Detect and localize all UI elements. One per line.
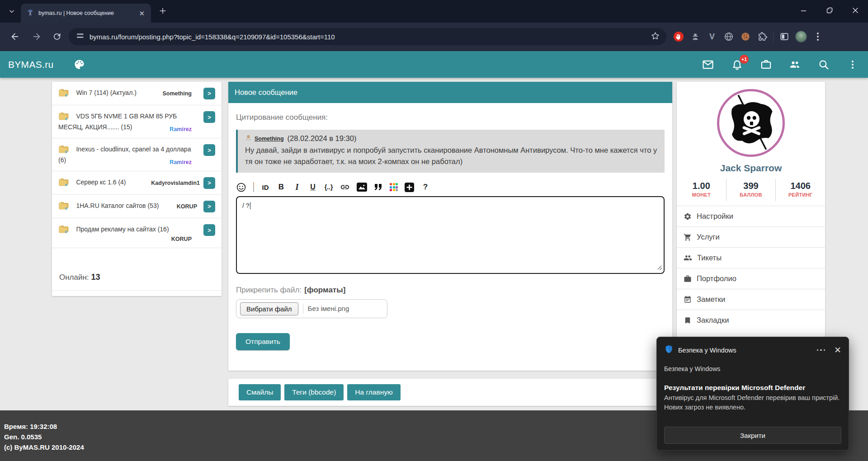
avatar[interactable] (717, 89, 785, 157)
message-textarea[interactable]: / ? (236, 196, 665, 274)
menu-item-tickets[interactable]: Тикеты (677, 247, 825, 268)
code-button[interactable]: {..} (324, 182, 333, 193)
bookmark-star-icon[interactable] (651, 31, 660, 42)
mail-icon[interactable] (702, 58, 714, 71)
menu-label: Настройки (697, 212, 733, 221)
menu-item-bookmarks[interactable]: Закладки (677, 310, 825, 330)
site-brand[interactable]: BYMAS.ru (8, 59, 53, 70)
toast-body: Антивірус для Microsoft Defender перевір… (664, 393, 841, 412)
topic-title[interactable]: 1HA.RU Каталог сайтов (53) (76, 202, 159, 209)
user-icon (245, 134, 252, 143)
bbcode-tags-button[interactable]: Теги (bbcode) (284, 384, 344, 400)
browser-toolbar: bymas.ru/forum/posting.php?topic_id=1583… (0, 23, 868, 51)
v-extension-icon[interactable]: V (706, 31, 718, 42)
search-icon[interactable] (817, 58, 830, 71)
toast-header: Безпека у Windows ✕ (657, 337, 849, 356)
new-tab-button[interactable] (158, 6, 167, 17)
minimize-icon[interactable] (791, 0, 816, 21)
people-icon[interactable] (788, 58, 801, 71)
resize-handle-icon[interactable] (657, 264, 662, 272)
page-title: Новое сообщение (228, 82, 672, 103)
emoji-grid-icon[interactable] (390, 183, 398, 191)
site-menu-kebab-icon[interactable] (846, 58, 859, 71)
quoted-message: Something (28.02.2024 в 19:30) Ну давай,… (236, 130, 665, 173)
more-icon[interactable] (817, 349, 826, 351)
topic-row[interactable]: Сервер кс 1.6 (4) Kadyrovislamdin1 > (52, 171, 222, 195)
topic-go-button[interactable]: > (203, 224, 215, 236)
quote-text: Ну давай, зайди в антивирус и попробуй з… (245, 145, 657, 167)
browser-tab[interactable]: bymas.ru | Новое сообщение ✕ (21, 4, 151, 23)
bell-icon[interactable]: +1 (731, 58, 743, 71)
attach-label: Прикрепить файл:[форматы] (236, 286, 672, 295)
stat-value: 1406 (776, 181, 825, 191)
quote-author-link[interactable]: Something (255, 136, 284, 142)
attach-formats-link[interactable]: [форматы] (304, 286, 345, 294)
topic-row[interactable]: Продам рекламу на сайтах (16) KORUP > (52, 218, 222, 248)
topic-go-button[interactable]: > (203, 177, 215, 189)
profile-avatar[interactable] (795, 31, 807, 42)
topic-go-button[interactable]: > (203, 201, 215, 212)
footer-buttons-panel: Смайлы Теги (bbcode) На главную (228, 379, 672, 406)
cookie-extension-icon[interactable] (740, 31, 751, 42)
topic-go-button[interactable]: > (203, 88, 215, 99)
browser-menu-kebab-icon[interactable] (812, 31, 824, 42)
topic-row[interactable]: 1HA.RU Каталог сайтов (53) KORUP > (52, 195, 222, 218)
add-icon[interactable] (405, 182, 414, 193)
topic-title[interactable]: Продам рекламу на сайтах (16) (76, 226, 169, 233)
back-icon[interactable] (9, 31, 21, 42)
reload-icon[interactable] (51, 31, 63, 42)
adblock-hand-icon[interactable] (673, 31, 684, 42)
topic-row[interactable]: VDS 5ГБ NVME 1 GB RAM 85 РУБ МЕСЯЦ, АКЦИ… (52, 105, 222, 138)
menu-item-portfolio[interactable]: Портфолио (677, 268, 825, 289)
id-button[interactable]: ID (261, 182, 270, 193)
topic-go-button[interactable]: > (203, 111, 215, 123)
quote-icon[interactable] (374, 182, 383, 193)
choose-file-button[interactable]: Вибрати файл (240, 302, 298, 315)
smilies-button[interactable]: Смайлы (239, 384, 281, 400)
italic-button[interactable]: I (292, 182, 302, 193)
close-icon[interactable] (842, 0, 868, 21)
menu-label: Тикеты (697, 254, 722, 262)
topic-author: Something (162, 90, 192, 97)
link-icon[interactable] (340, 182, 350, 193)
globe-extension-icon[interactable] (723, 31, 735, 42)
url-text[interactable]: bymas.ru/forum/posting.php?topic_id=1583… (90, 33, 335, 41)
topic-title[interactable]: Win 7 (114) (Актуал.) (76, 89, 136, 96)
window-controls (791, 0, 868, 21)
topic-row[interactable]: Win 7 (114) (Актуал.) Something > (52, 82, 222, 105)
agent-switcher-icon[interactable] (689, 31, 701, 42)
address-bar[interactable]: bymas.ru/forum/posting.php?topic_id=1583… (69, 28, 666, 45)
palette-icon[interactable] (73, 58, 85, 71)
site-settings-icon[interactable] (76, 32, 84, 42)
help-button[interactable]: ? (421, 182, 430, 193)
side-panel-icon[interactable] (778, 31, 790, 42)
submit-button[interactable]: Отправить (236, 333, 290, 350)
menu-item-settings[interactable]: Настройки (677, 206, 825, 226)
tab-search-chevron-icon[interactable] (5, 5, 18, 18)
profile-menu: Настройки Услуги Тикеты Портфолио Заметк… (677, 206, 825, 330)
toast-close-button[interactable]: Закрити (664, 427, 841, 444)
profile-name[interactable]: Jack Sparrow (677, 163, 825, 174)
menu-item-services[interactable]: Услуги (677, 226, 825, 247)
briefcase-icon[interactable] (760, 58, 772, 71)
toast-close-icon[interactable]: ✕ (834, 346, 841, 354)
bold-button[interactable]: B (277, 182, 286, 193)
topic-row[interactable]: Inexus - cloudlinux, cpanel за 4 доллара… (52, 138, 222, 171)
tab-close-icon[interactable]: ✕ (137, 9, 146, 18)
extensions-puzzle-icon[interactable] (756, 31, 768, 42)
underline-button[interactable]: U (308, 182, 317, 193)
file-input[interactable]: Вибрати файл Без імені.png (236, 299, 387, 318)
home-button[interactable]: На главную (347, 384, 400, 400)
image-icon[interactable] (357, 182, 367, 193)
restore-icon[interactable] (816, 0, 842, 21)
topic-title[interactable]: Сервер кс 1.6 (4) (76, 179, 126, 186)
topic-author: KORUP (177, 203, 197, 210)
forward-icon[interactable] (31, 31, 42, 42)
online-label: Онлайн: (59, 273, 89, 282)
smiley-icon[interactable] (236, 182, 246, 193)
topic-go-button[interactable]: > (203, 144, 215, 156)
defender-shield-icon (664, 344, 674, 356)
menu-item-notes[interactable]: Заметки (677, 289, 825, 310)
stat-coins: 1.00 МОНЕТ (677, 179, 726, 201)
topic-title[interactable]: VDS 5ГБ NVME 1 GB RAM 85 РУБ МЕСЯЦ, АКЦИ… (58, 113, 177, 131)
